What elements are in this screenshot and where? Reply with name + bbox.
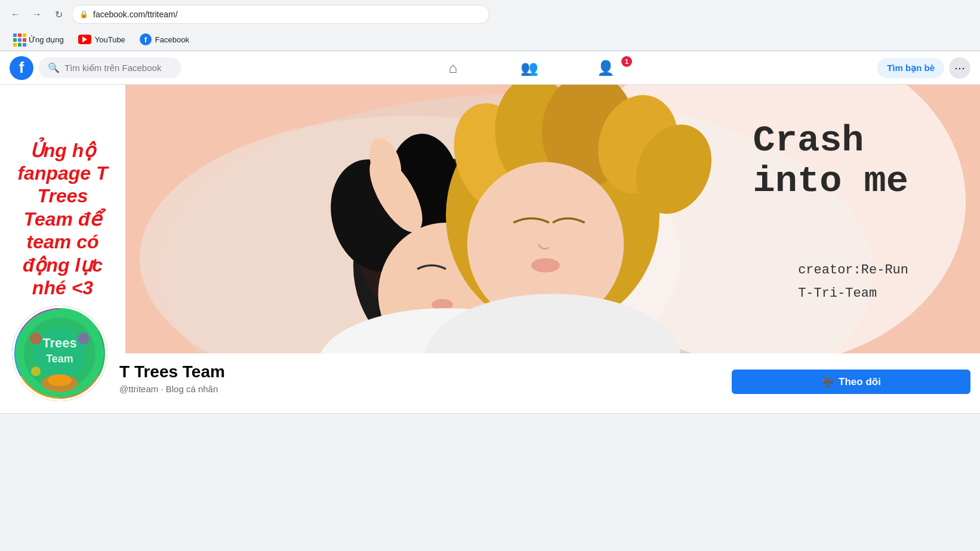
cover-crash-title: Crashinto me	[753, 121, 908, 202]
avatar-art: Trees Team	[12, 306, 107, 401]
search-icon: 🔍	[48, 62, 60, 73]
search-bar[interactable]: 🔍	[38, 57, 181, 78]
back-button[interactable]: ←	[7, 6, 24, 23]
lock-icon: 🔒	[79, 10, 88, 19]
nav-right: Tìm bạn bè ⋯	[877, 57, 970, 79]
youtube-icon	[78, 35, 91, 44]
follow-button[interactable]: ➕ Theo dõi	[732, 370, 970, 394]
notification-icon: 👤	[597, 60, 615, 76]
profile-handle: @ttriteam · Blog cá nhân	[119, 384, 722, 394]
svg-point-34	[31, 367, 41, 376]
follow-plus-icon: ➕	[821, 375, 834, 388]
facebook-header: f 🔍 ⌂ 👥 👤 1 Tìm bạn bè ⋯	[0, 51, 980, 85]
browser-chrome: ← → ↻ 🔒 facebook.com/ttriteam/ Ứng dụng …	[0, 0, 980, 51]
page-container: Ủng hộ fanpage T Trees Team để team có đ…	[0, 85, 980, 414]
avatar-inner: Trees Team	[12, 306, 107, 401]
svg-point-33	[78, 333, 90, 344]
profile-info: T Trees Team @ttriteam · Blog cá nhân	[119, 362, 722, 404]
facebook-bookmark-icon: f	[140, 33, 152, 45]
svg-point-32	[30, 333, 42, 344]
more-options-button[interactable]: ⋯	[949, 57, 970, 79]
bookmark-facebook-label: Facebook	[155, 35, 189, 44]
follow-label: Theo dõi	[839, 376, 881, 388]
profile-avatar: Trees Team	[10, 303, 110, 404]
profile-actions: ➕ Theo dõi	[732, 370, 970, 404]
search-input[interactable]	[64, 63, 172, 73]
find-friends-button[interactable]: Tìm bạn bè	[877, 58, 944, 78]
url-text: facebook.com/ttriteam/	[93, 10, 178, 19]
bookmark-apps-label: Ứng dụng	[29, 35, 64, 44]
address-bar[interactable]: 🔒 facebook.com/ttriteam/	[72, 5, 489, 24]
svg-point-31	[48, 374, 72, 386]
svg-text:Trees: Trees	[42, 335, 77, 350]
home-icon: ⌂	[449, 60, 458, 76]
bookmark-apps[interactable]: Ứng dụng	[7, 31, 70, 48]
profile-name: T Trees Team	[119, 362, 722, 381]
cover-photo: Crashinto me creator:Re-Run T-Tri-Team	[125, 85, 980, 353]
svg-point-19	[531, 258, 560, 273]
bookmark-facebook[interactable]: f Facebook	[134, 31, 195, 48]
nav-center: ⌂ 👥 👤 1	[186, 54, 873, 82]
bookmark-youtube[interactable]: YouTube	[72, 32, 131, 47]
friends-icon: 👥	[520, 60, 538, 76]
notification-badge: 1	[621, 56, 632, 67]
refresh-button[interactable]: ↻	[50, 6, 67, 23]
browser-nav-bar: ← → ↻ 🔒 facebook.com/ttriteam/	[0, 0, 980, 29]
cover-area: Ủng hộ fanpage T Trees Team để team có đ…	[0, 85, 980, 353]
cover-creator-text: creator:Re-Run T-Tri-Team	[798, 258, 908, 306]
dots-icon: ⋯	[954, 61, 965, 75]
facebook-logo[interactable]: f	[10, 56, 33, 80]
forward-button[interactable]: →	[29, 6, 45, 23]
nav-notifications-button[interactable]: 👤 1	[570, 54, 642, 82]
svg-text:Team: Team	[46, 353, 73, 365]
side-text-content: Ủng hộ fanpage T Trees Team để team có đ…	[12, 139, 113, 300]
bookmarks-bar: Ứng dụng YouTube f Facebook	[0, 29, 980, 51]
nav-friends-button[interactable]: 👥	[494, 54, 565, 82]
profile-section: Trees Team T Trees Team @ttriteam · Blog…	[0, 353, 980, 414]
apps-grid-icon	[13, 33, 25, 45]
bookmark-youtube-label: YouTube	[95, 35, 125, 44]
nav-home-button[interactable]: ⌂	[417, 54, 489, 82]
